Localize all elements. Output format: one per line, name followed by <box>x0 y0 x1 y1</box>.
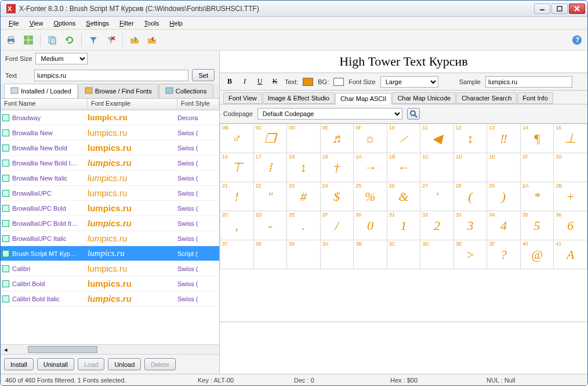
char-cell[interactable]: 311 <box>387 211 420 240</box>
right-tab-4[interactable]: Character Search <box>456 92 517 104</box>
right-tab-0[interactable]: Font View <box>223 92 262 104</box>
char-cell[interactable]: 18↕ <box>287 153 321 182</box>
right-tab-2[interactable]: Char Map ASCII <box>335 93 391 104</box>
char-cell[interactable]: 2F/ <box>320 211 354 240</box>
char-cell[interactable]: 19† <box>320 153 354 182</box>
char-cell[interactable]: 2C, <box>220 211 254 240</box>
char-cell[interactable]: 322 <box>420 211 454 240</box>
font-row[interactable]: Calibri Boldlumpics.ruSwiss ( <box>1 276 219 291</box>
font-row[interactable]: BrowalliaUPC Bold It…lumpics.ruSwiss ( <box>1 216 219 231</box>
char-cell[interactable]: 24$ <box>320 182 354 211</box>
char-cell[interactable]: 27' <box>420 182 454 211</box>
font-row[interactable]: Browallia New Boldlumpics.ruSwiss ( <box>1 140 219 156</box>
font-row[interactable]: BrowalliaUPC Italiclumpics.ruSwiss ( <box>1 231 219 246</box>
char-cell[interactable]: 28( <box>453 182 487 211</box>
char-cell[interactable]: 22" <box>253 182 287 211</box>
char-cell[interactable]: 1F <box>520 153 554 182</box>
char-cell[interactable]: 10⟋ <box>387 124 420 153</box>
folder-out-icon[interactable] <box>145 33 159 47</box>
clear-filter-icon[interactable] <box>104 33 118 47</box>
font-row[interactable]: BrowalliaUPClumpics.ruSwiss ( <box>1 186 219 201</box>
menu-file[interactable]: File <box>4 19 24 28</box>
char-cell[interactable]: 3A <box>320 240 354 269</box>
horizontal-scrollbar[interactable]: ◂ <box>1 344 219 354</box>
copy-icon[interactable] <box>45 33 59 47</box>
font-row[interactable]: Brush Script MT Кур…lumpics.ruScript ( <box>1 246 219 261</box>
font-size-select[interactable]: Medium <box>35 53 88 64</box>
char-cell[interactable]: 23# <box>287 182 321 211</box>
char-cell[interactable]: 37 <box>220 240 254 269</box>
font-row[interactable]: Browallia Newlumpics.ruSwiss ( <box>1 125 219 140</box>
char-cell[interactable]: 3D <box>420 240 454 269</box>
char-cell[interactable]: 0F☼ <box>354 124 387 153</box>
char-cell[interactable]: 3C <box>387 240 420 269</box>
char-cell[interactable]: 15⊥ <box>554 124 587 153</box>
close-button[interactable] <box>569 3 585 14</box>
char-cell[interactable]: 25% <box>354 182 387 211</box>
font-row[interactable]: Calibrilumpics.ruSwiss ( <box>1 261 219 276</box>
font-row[interactable]: BrowalliaUPC Boldlumpics.ruSwiss ( <box>1 201 219 216</box>
char-cell[interactable]: 1B← <box>387 153 420 182</box>
print-icon[interactable] <box>4 33 18 47</box>
bold-button[interactable]: B <box>224 77 235 87</box>
right-tab-3[interactable]: Char Map Unicode <box>392 92 456 104</box>
char-cell[interactable]: 20 <box>554 153 587 182</box>
char-cell[interactable]: 2A* <box>520 182 554 211</box>
maximize-button[interactable] <box>551 3 568 14</box>
unload-button[interactable]: Unload <box>108 358 141 370</box>
menu-filter[interactable]: Filter <box>115 19 138 28</box>
col-header-style[interactable]: Font Style <box>177 99 219 110</box>
char-cell[interactable]: 40@ <box>520 240 554 269</box>
menu-options[interactable]: Options <box>49 19 80 28</box>
char-cell[interactable]: 0C❐ <box>253 124 287 153</box>
strike-button[interactable]: K <box>270 77 280 87</box>
char-cell[interactable]: 41A <box>554 240 587 269</box>
char-cell[interactable]: 2B+ <box>554 182 587 211</box>
char-cell[interactable]: 11◀ <box>420 124 454 153</box>
char-cell[interactable]: 12↕ <box>453 124 487 153</box>
left-tab-2[interactable]: Collections <box>159 84 213 98</box>
char-cell[interactable]: 0E♬ <box>320 124 354 153</box>
menu-settings[interactable]: Settings <box>81 19 114 28</box>
char-cell[interactable]: 16⊤ <box>220 153 254 182</box>
install-button[interactable]: Install <box>4 358 34 370</box>
set-button[interactable]: Set <box>192 69 215 81</box>
char-cell[interactable]: 3B <box>354 240 387 269</box>
font-row[interactable]: Broadwaylumpics.ruDecora <box>1 110 219 125</box>
minimize-button[interactable] <box>534 3 550 14</box>
char-cell[interactable]: 300 <box>354 211 387 240</box>
help-icon[interactable]: ? <box>570 33 584 47</box>
right-tab-1[interactable]: Image & Effect Studio <box>263 92 335 104</box>
menu-tools[interactable]: Tools <box>140 19 164 28</box>
italic-button[interactable]: I <box>239 77 250 87</box>
delete-button[interactable]: Delete <box>144 358 176 370</box>
bg-color-swatch[interactable] <box>333 78 344 86</box>
char-cell[interactable]: 21! <box>220 182 254 211</box>
char-cell[interactable]: 17⁞ <box>253 153 287 182</box>
char-cell[interactable]: 29) <box>487 182 521 211</box>
char-cell[interactable]: 1E <box>487 153 521 182</box>
col-header-example[interactable]: Font Example <box>88 99 177 110</box>
char-cell[interactable]: 333 <box>453 211 487 240</box>
grid-icon[interactable] <box>21 33 35 47</box>
font-row[interactable]: Browallia New Italiclumpics.ruSwiss ( <box>1 171 219 186</box>
lookup-button[interactable] <box>407 108 420 120</box>
font-list[interactable]: Broadwaylumpics.ruDecoraBrowallia Newlum… <box>1 110 219 344</box>
filter-icon[interactable] <box>86 33 100 47</box>
refresh-icon[interactable] <box>63 33 77 47</box>
sample-input[interactable] <box>485 76 572 88</box>
font-row[interactable]: Browallia New Bold I…lumpics.ruSwiss ( <box>1 156 219 171</box>
folder-in-icon[interactable] <box>128 33 141 47</box>
col-header-name[interactable]: Font Name <box>1 99 88 110</box>
char-cell[interactable]: 344 <box>487 211 521 240</box>
preview-fontsize-select[interactable]: Large <box>380 76 438 88</box>
sample-text-input[interactable] <box>34 70 188 81</box>
char-cell[interactable]: 26& <box>387 182 420 211</box>
load-button[interactable]: Load <box>78 358 104 370</box>
char-cell[interactable]: 1A→ <box>354 153 387 182</box>
left-tab-0[interactable]: Installed / Loaded <box>4 84 78 98</box>
char-cell[interactable]: 38 <box>253 240 287 269</box>
char-cell[interactable]: 3F? <box>487 240 521 269</box>
char-cell[interactable]: 0B♂ <box>220 124 254 153</box>
char-cell[interactable]: 14¶ <box>520 124 554 153</box>
